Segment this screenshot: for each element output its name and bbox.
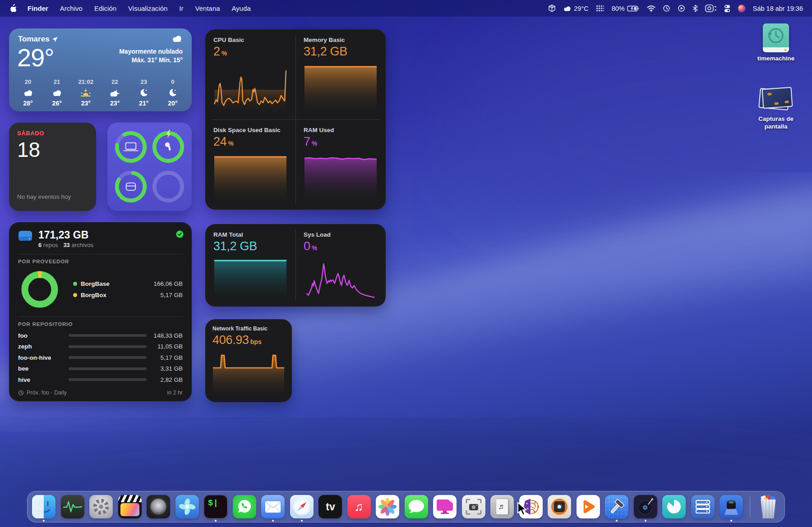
server-stack-icon xyxy=(695,499,711,515)
dock-activity-monitor[interactable] xyxy=(61,495,84,518)
cpu-value: 2 xyxy=(213,45,220,58)
orange-play-icon xyxy=(579,498,597,516)
dock-music-notation[interactable]: ♬ xyxy=(490,495,514,518)
memory-label: Memory Basic xyxy=(304,37,378,43)
menu-ventana[interactable]: Ventana xyxy=(189,5,226,12)
ram-total-value: 31,2 GB xyxy=(213,239,257,253)
dock-media-player[interactable] xyxy=(577,495,600,518)
dock-pie-app[interactable] xyxy=(662,495,686,518)
dock-system-settings[interactable] xyxy=(89,495,113,518)
dock-finder[interactable] xyxy=(32,495,55,518)
cpu-basic-panel: CPU Basic 2% xyxy=(205,29,295,119)
dock-screens[interactable] xyxy=(433,495,457,518)
repo-bar xyxy=(69,367,147,370)
recorder-menu-extra[interactable] xyxy=(705,5,717,12)
dock-messages[interactable] xyxy=(405,495,428,518)
desktop-icon-timemachine[interactable]: timemachine xyxy=(751,23,801,62)
ram-sysload-widget[interactable]: RAM Total 31,2 GB Sys Load 0% xyxy=(205,224,386,307)
location-arrow-icon xyxy=(52,37,58,42)
dock-terminal[interactable]: $| xyxy=(204,495,227,518)
cpu-label: CPU Basic xyxy=(213,37,287,43)
stacked-toggles-icon xyxy=(724,5,730,13)
dock-recorder-app[interactable] xyxy=(548,495,571,518)
gear-icon xyxy=(89,495,113,518)
dock-trash[interactable] xyxy=(757,495,780,518)
macos-desktop: { "menu_bar": { "app_name": "Finder", "m… xyxy=(0,0,812,527)
turntable-icon xyxy=(551,499,567,515)
dock-apple-tv[interactable]: tv xyxy=(318,495,342,518)
disk-space-panel: Disk Space Used Basic 24% xyxy=(205,119,295,210)
memory-basic-panel: Memory Basic 31,2 GB xyxy=(295,29,386,119)
weather-summary: Mayormente nublado Máx. 31° Mín. 15° xyxy=(119,47,183,64)
dock-lens-app[interactable] xyxy=(720,495,743,518)
calendar-widget[interactable]: SÁBADO 18 No hay eventos hoy xyxy=(9,123,96,211)
disk-drive-icon xyxy=(18,229,32,242)
camera-dots-icon xyxy=(705,5,717,12)
menubar-clock[interactable]: Sáb 18 abr 19:36 xyxy=(753,5,803,12)
weather-menu-extra[interactable]: 29°C xyxy=(563,5,588,12)
battery-percentage: 80% xyxy=(612,5,625,12)
dock-safari[interactable] xyxy=(290,495,314,518)
dock-xcode[interactable] xyxy=(605,495,628,518)
ram-used-value: 7 xyxy=(304,135,310,148)
divider xyxy=(18,316,183,317)
dock-compressor[interactable] xyxy=(175,495,199,518)
ram-total-area-chart xyxy=(213,258,287,301)
disk-label: Disk Space Used Basic xyxy=(213,127,287,133)
dock-screenshot[interactable] xyxy=(462,495,485,518)
menu-ayuda[interactable]: Ayuda xyxy=(226,5,257,12)
dock-whatsapp[interactable] xyxy=(233,495,256,518)
wifi-icon xyxy=(647,5,655,12)
apple-logo-icon xyxy=(10,4,17,13)
divider xyxy=(295,229,296,301)
weather-widget[interactable]: Tomares 29° Mayormente nublado Máx. 31° … xyxy=(9,28,192,111)
package-menu-extra[interactable] xyxy=(548,5,556,12)
dock-final-cut-pro[interactable] xyxy=(118,495,142,518)
dock-mail[interactable] xyxy=(261,495,285,518)
menubar-temperature: 29°C xyxy=(574,5,588,12)
network-traffic-widget[interactable]: Network Traffic Basic 406.93bps xyxy=(205,319,292,402)
dock-photos[interactable] xyxy=(376,495,399,518)
active-app-name[interactable]: Finder xyxy=(22,5,54,12)
provider-section-title: POR PROVEEDOR xyxy=(18,259,183,264)
toggles-menu-extra[interactable] xyxy=(724,5,730,13)
istat-menus-widget[interactable]: CPU Basic 2% Memory Basic 31,2 GB Disk S… xyxy=(205,29,386,210)
sys-load-value: 0 xyxy=(304,239,310,253)
empty-battery-ring xyxy=(151,169,186,205)
menu-visualizacion[interactable]: Visualización xyxy=(122,5,173,12)
backup-counts: 6 repos33 archivos xyxy=(38,242,93,248)
dock-motion[interactable] xyxy=(147,495,170,518)
weather-hilo: Máx. 31° Mín. 15° xyxy=(119,56,183,64)
desktop-icon-screenshots[interactable]: Capturas de pantalla xyxy=(751,87,801,130)
dock: $| xyxy=(27,491,785,522)
fan-icon xyxy=(178,498,196,516)
cloud-icon xyxy=(44,87,69,98)
time-machine-menu-extra[interactable] xyxy=(663,5,670,12)
menu-ir[interactable]: Ir xyxy=(173,5,189,12)
backup-widget[interactable]: 171,23 GB 6 repos33 archivos POR PROVEED… xyxy=(9,222,192,401)
battery-menu-extra[interactable]: 80% xyxy=(612,5,640,12)
bluetooth-menu-extra[interactable] xyxy=(692,5,698,12)
dock-music[interactable]: ♫ xyxy=(347,495,371,518)
heartbeat-icon xyxy=(62,500,83,513)
memory-area-chart xyxy=(304,64,378,114)
apple-menu[interactable] xyxy=(9,4,22,13)
sys-load-sparkline xyxy=(304,258,378,301)
repo-row: bee 3,31 GB xyxy=(18,363,183,375)
wifi-menu-extra[interactable] xyxy=(647,5,655,12)
provider-donut-chart xyxy=(18,268,61,311)
menu-edicion[interactable]: Edición xyxy=(88,5,122,12)
dots-grid-menu-extra[interactable] xyxy=(596,5,604,12)
menu-archivo[interactable]: Archivo xyxy=(54,5,88,12)
time-machine-icon xyxy=(663,5,670,12)
ram-used-area-chart xyxy=(304,154,378,204)
ram-used-label: RAM Used xyxy=(304,127,378,133)
moon-icon xyxy=(160,87,185,98)
battery-rings-widget[interactable] xyxy=(107,123,192,211)
hour-cell: 23 21° xyxy=(131,78,157,107)
profile-menu-extra[interactable] xyxy=(738,5,746,13)
play-menu-extra[interactable] xyxy=(678,5,685,12)
dock-server-app[interactable] xyxy=(691,495,715,518)
airpod-icon xyxy=(165,142,171,151)
dock-vinyl-app[interactable] xyxy=(634,495,657,518)
